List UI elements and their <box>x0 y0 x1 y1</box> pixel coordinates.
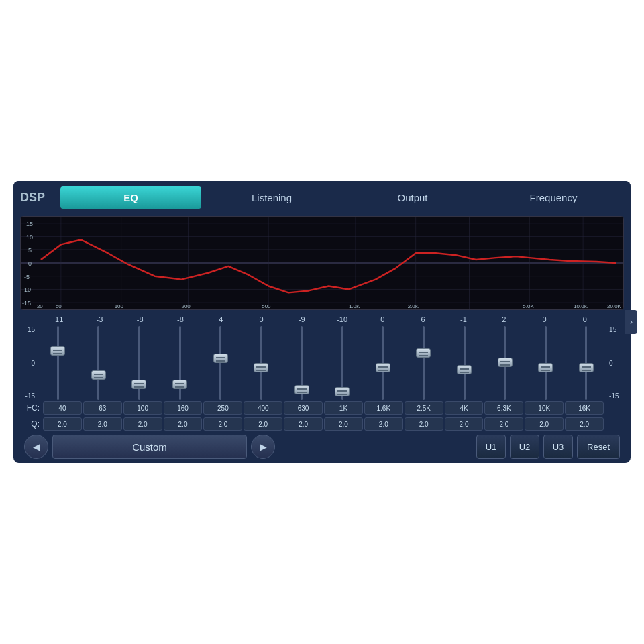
dsp-app: DSP EQ Listening Output Frequency <box>13 181 631 463</box>
slider-0[interactable] <box>38 326 78 400</box>
slider-1[interactable] <box>78 326 119 400</box>
svg-text:0: 0 <box>28 260 32 267</box>
svg-text:2.0K: 2.0K <box>408 303 419 309</box>
db-val-11: 2 <box>484 315 524 323</box>
slider-9[interactable] <box>403 326 444 400</box>
bottom-row: ◀ Custom ▶ U1 U2 U3 Reset <box>19 432 625 462</box>
next-button[interactable]: ▶ <box>251 435 275 459</box>
scale-right: 15 0 -15 <box>606 326 625 400</box>
slider-7[interactable] <box>322 326 363 400</box>
svg-text:10: 10 <box>26 234 33 241</box>
tab-frequency[interactable]: Frequency <box>483 186 624 209</box>
preset-label[interactable]: Custom <box>52 435 247 459</box>
fc-val-1[interactable]: 63 <box>83 401 122 415</box>
u1-button[interactable]: U1 <box>476 435 506 459</box>
tab-eq[interactable]: EQ <box>60 186 201 209</box>
scale-mid-right: 0 <box>609 360 613 367</box>
reset-button[interactable]: Reset <box>577 435 620 459</box>
q-val-5[interactable]: 2.0 <box>244 417 282 431</box>
db-val-12: 0 <box>524 315 564 323</box>
slider-11[interactable] <box>484 326 525 400</box>
fc-val-2[interactable]: 100 <box>123 401 162 415</box>
fc-val-13[interactable]: 16K <box>565 401 604 415</box>
q-val-1[interactable]: 2.0 <box>83 417 122 431</box>
fc-val-9[interactable]: 2.5K <box>405 401 443 415</box>
slider-5[interactable] <box>241 326 282 400</box>
scale-bot-right: -15 <box>609 392 619 400</box>
side-arrow[interactable]: › <box>625 310 637 334</box>
svg-text:20.0K: 20.0K <box>607 303 622 309</box>
db-val-2: -8 <box>120 315 160 323</box>
q-val-13[interactable]: 2.0 <box>565 417 604 431</box>
fc-val-10[interactable]: 4K <box>445 401 484 415</box>
slider-12[interactable] <box>525 326 566 400</box>
q-val-4[interactable]: 2.0 <box>203 417 242 431</box>
db-val-8: 0 <box>362 315 402 323</box>
tab-listening[interactable]: Listening <box>201 186 342 209</box>
q-val-10[interactable]: 2.0 <box>445 417 484 431</box>
slider-13[interactable] <box>566 326 607 400</box>
svg-text:500: 500 <box>262 303 271 309</box>
svg-text:20: 20 <box>37 303 43 309</box>
q-val-6[interactable]: 2.0 <box>284 417 323 431</box>
db-val-13: 0 <box>565 315 605 323</box>
slider-3[interactable] <box>160 326 201 400</box>
db-val-1: -3 <box>79 315 119 323</box>
slider-4[interactable] <box>200 326 241 400</box>
db-val-0: 11 <box>39 315 79 323</box>
u3-button[interactable]: U3 <box>543 435 573 459</box>
svg-text:200: 200 <box>181 303 191 309</box>
q-val-7[interactable]: 2.0 <box>324 417 363 431</box>
q-val-8[interactable]: 2.0 <box>364 417 403 431</box>
scale-top-left: 15 <box>28 326 35 333</box>
svg-text:-5: -5 <box>24 274 30 280</box>
prev-button[interactable]: ◀ <box>24 435 48 459</box>
svg-text:-10: -10 <box>22 286 31 293</box>
fc-val-0[interactable]: 40 <box>43 401 82 415</box>
db-val-5: 0 <box>241 315 281 323</box>
sliders-section: 11 -3 -8 -8 4 0 -9 -10 0 6 -1 2 0 0 1 <box>13 313 631 463</box>
slider-2[interactable] <box>119 326 160 400</box>
sliders-main: 15 0 -15 <box>19 326 625 400</box>
fc-val-3[interactable]: 160 <box>164 401 203 415</box>
db-val-6: -9 <box>282 315 322 323</box>
db-val-4: 4 <box>201 315 241 323</box>
svg-text:-15: -15 <box>22 300 31 307</box>
fc-val-11[interactable]: 6.3K <box>484 401 523 415</box>
header: DSP EQ Listening Output Frequency <box>13 181 631 213</box>
scale-mid-left: 0 <box>31 360 35 367</box>
scale-top-right: 15 <box>609 326 616 333</box>
q-val-9[interactable]: 2.0 <box>405 417 443 431</box>
fc-val-6[interactable]: 630 <box>284 401 323 415</box>
db-values-row: 11 -3 -8 -8 4 0 -9 -10 0 6 -1 2 0 0 <box>19 313 625 326</box>
slider-10[interactable] <box>444 326 485 400</box>
q-val-12[interactable]: 2.0 <box>525 417 564 431</box>
slider-6[interactable] <box>281 326 322 400</box>
svg-text:50: 50 <box>56 303 62 309</box>
slider-8[interactable] <box>363 326 404 400</box>
u2-button[interactable]: U2 <box>510 435 539 459</box>
svg-text:5.0K: 5.0K <box>523 303 534 309</box>
dsp-label: DSP <box>20 191 54 205</box>
fc-label: FC: <box>20 403 42 413</box>
scale-bot-left: -15 <box>25 392 35 400</box>
q-row: Q: 2.0 2.0 2.0 2.0 2.0 2.0 2.0 2.0 2.0 2… <box>19 416 625 432</box>
q-val-11[interactable]: 2.0 <box>484 417 523 431</box>
fc-val-12[interactable]: 10K <box>525 401 564 415</box>
fc-row: FC: 40 63 100 160 250 400 630 1K 1.6K 2.… <box>19 400 625 416</box>
svg-text:100: 100 <box>115 303 124 309</box>
fc-val-8[interactable]: 1.6K <box>364 401 403 415</box>
svg-text:15: 15 <box>26 221 33 227</box>
q-val-2[interactable]: 2.0 <box>123 417 162 431</box>
eq-chart[interactable]: 15 10 5 0 -5 -10 -15 20 50 100 200 500 1… <box>20 216 624 310</box>
fc-val-4[interactable]: 250 <box>203 401 242 415</box>
q-val-3[interactable]: 2.0 <box>164 417 203 431</box>
fc-val-7[interactable]: 1K <box>324 401 363 415</box>
svg-text:10.0K: 10.0K <box>574 303 588 309</box>
fc-val-5[interactable]: 400 <box>244 401 282 415</box>
tab-output[interactable]: Output <box>342 186 483 209</box>
db-val-3: -8 <box>160 315 201 323</box>
q-val-0[interactable]: 2.0 <box>43 417 82 431</box>
q-label: Q: <box>20 419 42 429</box>
svg-text:5: 5 <box>28 247 32 254</box>
